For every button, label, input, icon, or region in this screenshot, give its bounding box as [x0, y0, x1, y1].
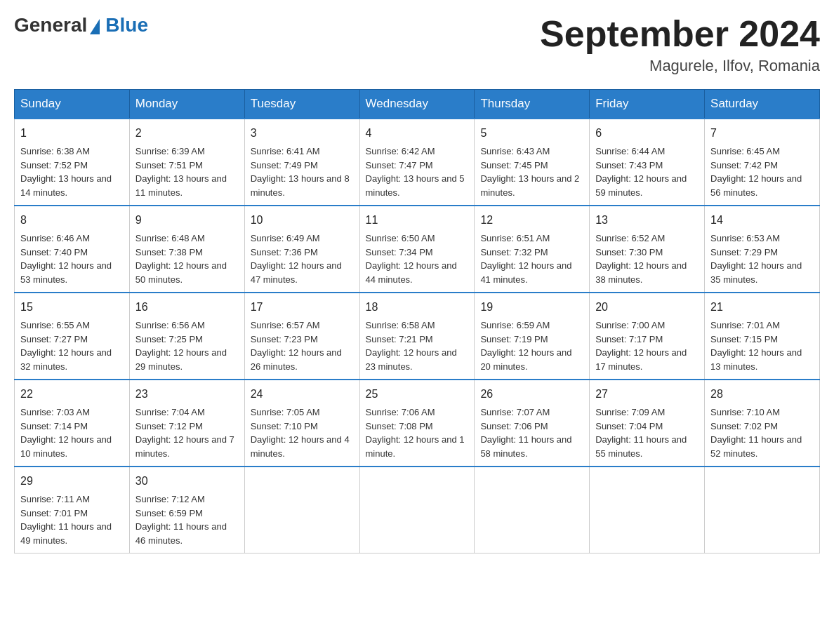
table-row: 17 Sunrise: 6:57 AM Sunset: 7:23 PM Dayl…: [244, 293, 359, 380]
daylight-text: Daylight: 12 hours and 53 minutes.: [20, 260, 112, 285]
day-number: 18: [366, 299, 469, 316]
sunset-text: Sunset: 7:45 PM: [480, 160, 548, 170]
day-number: 27: [595, 386, 699, 403]
table-row: 7 Sunrise: 6:45 AM Sunset: 7:42 PM Dayli…: [705, 119, 820, 206]
page-header: General Blue September 2024 Magurele, Il…: [14, 14, 820, 75]
table-row: 3 Sunrise: 6:41 AM Sunset: 7:49 PM Dayli…: [244, 119, 359, 206]
day-number: 26: [480, 386, 583, 403]
day-number: 22: [20, 386, 124, 403]
table-row: 20 Sunrise: 7:00 AM Sunset: 7:17 PM Dayl…: [590, 293, 705, 380]
day-number: 23: [135, 386, 239, 403]
daylight-text: Daylight: 12 hours and 41 minutes.: [480, 260, 571, 285]
calendar-week-row: 29 Sunrise: 7:11 AM Sunset: 7:01 PM Dayl…: [15, 467, 820, 554]
table-row: [705, 467, 820, 554]
day-number: 25: [366, 386, 469, 403]
sunset-text: Sunset: 7:32 PM: [480, 247, 548, 257]
sunset-text: Sunset: 7:29 PM: [710, 247, 778, 257]
daylight-text: Daylight: 12 hours and 10 minutes.: [20, 434, 112, 459]
daylight-text: Daylight: 12 hours and 35 minutes.: [710, 260, 802, 285]
sunset-text: Sunset: 7:30 PM: [595, 247, 663, 257]
table-row: 2 Sunrise: 6:39 AM Sunset: 7:51 PM Dayli…: [129, 119, 244, 206]
sunset-text: Sunset: 7:38 PM: [135, 247, 203, 257]
day-number: 4: [366, 125, 469, 142]
table-row: [359, 467, 475, 554]
day-number: 19: [480, 299, 583, 316]
sunrise-text: Sunrise: 6:51 AM: [480, 233, 550, 243]
sunset-text: Sunset: 7:01 PM: [20, 508, 88, 518]
sunrise-text: Sunrise: 6:59 AM: [480, 320, 550, 330]
table-row: 23 Sunrise: 7:04 AM Sunset: 7:12 PM Dayl…: [129, 380, 244, 467]
table-row: 29 Sunrise: 7:11 AM Sunset: 7:01 PM Dayl…: [15, 467, 130, 554]
day-number: 13: [595, 212, 699, 229]
daylight-text: Daylight: 13 hours and 8 minutes.: [251, 173, 350, 198]
table-row: 9 Sunrise: 6:48 AM Sunset: 7:38 PM Dayli…: [129, 206, 244, 293]
daylight-text: Daylight: 12 hours and 26 minutes.: [251, 347, 342, 372]
sunrise-text: Sunrise: 7:01 AM: [710, 320, 780, 330]
table-row: 5 Sunrise: 6:43 AM Sunset: 7:45 PM Dayli…: [475, 119, 590, 206]
day-number: 24: [251, 386, 354, 403]
daylight-text: Daylight: 11 hours and 55 minutes.: [595, 434, 687, 459]
sunset-text: Sunset: 7:14 PM: [20, 421, 88, 431]
day-number: 7: [710, 125, 814, 142]
sunrise-text: Sunrise: 6:42 AM: [366, 146, 435, 156]
day-number: 14: [710, 212, 814, 229]
sunrise-text: Sunrise: 7:06 AM: [366, 407, 435, 417]
sunset-text: Sunset: 7:49 PM: [251, 160, 318, 170]
table-row: 11 Sunrise: 6:50 AM Sunset: 7:34 PM Dayl…: [359, 206, 475, 293]
day-number: 6: [595, 125, 699, 142]
sunrise-text: Sunrise: 6:49 AM: [251, 233, 320, 243]
sunrise-text: Sunrise: 7:11 AM: [20, 494, 90, 504]
sunset-text: Sunset: 7:08 PM: [366, 421, 433, 431]
table-row: 22 Sunrise: 7:03 AM Sunset: 7:14 PM Dayl…: [15, 380, 130, 467]
sunrise-text: Sunrise: 7:12 AM: [135, 494, 205, 504]
col-monday: Monday: [129, 90, 244, 119]
table-row: 14 Sunrise: 6:53 AM Sunset: 7:29 PM Dayl…: [705, 206, 820, 293]
sunset-text: Sunset: 7:10 PM: [251, 421, 318, 431]
calendar-week-row: 22 Sunrise: 7:03 AM Sunset: 7:14 PM Dayl…: [15, 380, 820, 467]
daylight-text: Daylight: 13 hours and 11 minutes.: [135, 173, 227, 198]
daylight-text: Daylight: 12 hours and 23 minutes.: [366, 347, 457, 372]
table-row: 6 Sunrise: 6:44 AM Sunset: 7:43 PM Dayli…: [590, 119, 705, 206]
table-row: 26 Sunrise: 7:07 AM Sunset: 7:06 PM Dayl…: [475, 380, 590, 467]
day-number: 20: [595, 299, 699, 316]
day-number: 15: [20, 299, 124, 316]
daylight-text: Daylight: 12 hours and 50 minutes.: [135, 260, 227, 285]
table-row: [590, 467, 705, 554]
title-area: September 2024 Magurele, Ilfov, Romania: [540, 14, 820, 75]
table-row: 24 Sunrise: 7:05 AM Sunset: 7:10 PM Dayl…: [244, 380, 359, 467]
daylight-text: Daylight: 12 hours and 56 minutes.: [710, 173, 802, 198]
col-saturday: Saturday: [705, 90, 820, 119]
sunset-text: Sunset: 7:02 PM: [710, 421, 778, 431]
calendar-table: Sunday Monday Tuesday Wednesday Thursday…: [14, 89, 820, 554]
day-number: 1: [20, 125, 124, 142]
col-wednesday: Wednesday: [359, 90, 475, 119]
sunset-text: Sunset: 7:17 PM: [595, 334, 663, 344]
location-subtitle: Magurele, Ilfov, Romania: [540, 57, 820, 75]
daylight-text: Daylight: 11 hours and 52 minutes.: [710, 434, 802, 459]
col-sunday: Sunday: [15, 90, 130, 119]
sunset-text: Sunset: 7:36 PM: [251, 247, 318, 257]
sunset-text: Sunset: 7:12 PM: [135, 421, 203, 431]
day-number: 17: [251, 299, 354, 316]
sunset-text: Sunset: 7:04 PM: [595, 421, 663, 431]
logo: General Blue: [14, 14, 148, 36]
daylight-text: Daylight: 13 hours and 14 minutes.: [20, 173, 112, 198]
day-number: 2: [135, 125, 239, 142]
daylight-text: Daylight: 12 hours and 4 minutes.: [251, 434, 350, 459]
logo-triangle-icon: [90, 19, 100, 34]
table-row: [475, 467, 590, 554]
sunrise-text: Sunrise: 6:58 AM: [366, 320, 435, 330]
sunset-text: Sunset: 7:47 PM: [366, 160, 433, 170]
col-thursday: Thursday: [475, 90, 590, 119]
day-number: 29: [20, 473, 124, 490]
day-number: 21: [710, 299, 814, 316]
daylight-text: Daylight: 12 hours and 38 minutes.: [595, 260, 687, 285]
daylight-text: Daylight: 12 hours and 59 minutes.: [595, 173, 687, 198]
daylight-text: Daylight: 12 hours and 47 minutes.: [251, 260, 342, 285]
sunrise-text: Sunrise: 6:46 AM: [20, 233, 90, 243]
table-row: 15 Sunrise: 6:55 AM Sunset: 7:27 PM Dayl…: [15, 293, 130, 380]
sunrise-text: Sunrise: 6:53 AM: [710, 233, 780, 243]
day-number: 12: [480, 212, 583, 229]
sunset-text: Sunset: 7:19 PM: [480, 334, 548, 344]
sunrise-text: Sunrise: 7:05 AM: [251, 407, 320, 417]
